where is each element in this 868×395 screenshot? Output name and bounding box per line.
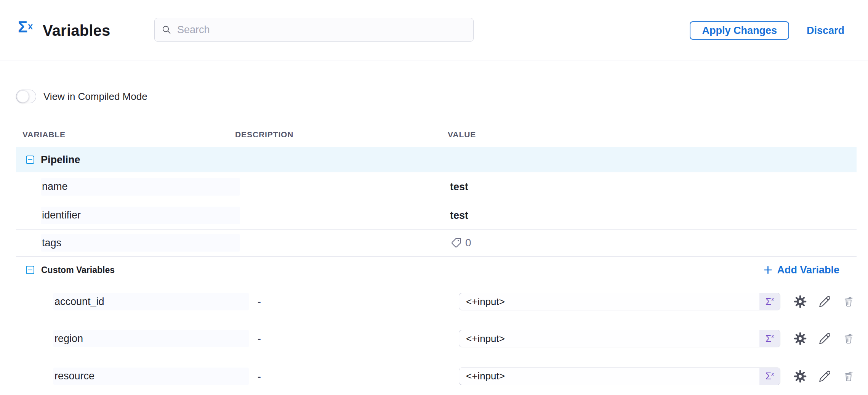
trash-icon <box>843 296 854 307</box>
compiled-mode-toggle-row: View in Compiled Mode <box>16 90 147 103</box>
variable-description: - <box>258 333 261 345</box>
variable-settings-button[interactable] <box>794 332 807 345</box>
variable-delete-button[interactable] <box>843 296 854 307</box>
header-actions: Apply Changes Discard <box>690 0 844 61</box>
tag-icon <box>450 237 462 249</box>
variables-sigma-logo-icon: Σ x <box>18 19 33 35</box>
variable-value-input-wrap: Σ x <box>459 293 780 310</box>
variable-value-input[interactable] <box>459 293 759 310</box>
variable-name: tags <box>42 237 61 249</box>
variable-name-field: identifier <box>41 207 240 224</box>
variable-name: resource <box>54 370 94 382</box>
pipeline-section-row: Pipeline <box>16 147 857 172</box>
tags-count: 0 <box>465 237 471 249</box>
gear-icon <box>794 370 807 383</box>
custom-variables-section-title: Custom Variables <box>41 265 115 275</box>
variable-value-input-wrap: Σ x <box>459 368 780 385</box>
logo-x-glyph: x <box>28 22 33 31</box>
gear-icon <box>794 332 807 345</box>
variable-description: - <box>258 296 261 308</box>
variable-delete-button[interactable] <box>843 371 854 382</box>
tags-value-cell: 0 <box>450 237 471 249</box>
variable-name-field: tags <box>41 234 240 252</box>
table-row: resource - Σ x <box>16 357 857 395</box>
variable-name-field: name <box>41 178 240 196</box>
sigma-glyph: Σ <box>766 297 771 307</box>
table-row: tags 0 <box>16 230 857 257</box>
page-title: Variables <box>43 22 110 39</box>
table-row: account_id - Σ x <box>16 283 857 320</box>
sigma-glyph: Σ <box>766 371 771 381</box>
pipeline-section-title: Pipeline <box>41 154 80 165</box>
variable-value-input[interactable] <box>459 330 759 347</box>
apply-changes-button[interactable]: Apply Changes <box>690 21 789 40</box>
collapse-pipeline-button[interactable] <box>26 156 34 164</box>
sigma-glyph: Σ <box>766 334 771 344</box>
column-header-value: VALUE <box>448 130 476 139</box>
trash-icon <box>843 333 854 344</box>
pencil-icon <box>818 295 831 308</box>
variable-name: account_id <box>54 296 104 308</box>
variable-name: identifier <box>42 209 81 221</box>
variable-edit-button[interactable] <box>818 370 831 382</box>
table-row: name test <box>16 172 857 201</box>
top-bar: Σ x Variables Apply Changes Discard <box>0 0 868 61</box>
sigma-sup-x: x <box>771 371 774 377</box>
variable-settings-button[interactable] <box>794 295 807 308</box>
search-icon <box>162 25 171 35</box>
table-row: region - Σ x <box>16 320 857 357</box>
variable-value: test <box>450 209 468 221</box>
variables-table: VARIABLE DESCRIPTION VALUE Pipeline name… <box>16 122 857 395</box>
trash-icon <box>843 371 854 382</box>
runtime-input-sigma-badge[interactable]: Σ x <box>759 293 780 310</box>
minus-square-icon <box>26 156 34 164</box>
toggle-knob <box>17 90 29 103</box>
pencil-icon <box>818 332 831 345</box>
sigma-sup-x: x <box>771 333 774 339</box>
compiled-mode-toggle[interactable] <box>16 90 36 103</box>
minus-square-icon <box>26 266 34 274</box>
table-row: identifier test <box>16 201 857 230</box>
variable-value: test <box>450 181 468 193</box>
variable-value-input-wrap: Σ x <box>459 330 780 347</box>
logo-sigma-glyph: Σ <box>18 19 27 35</box>
search-box[interactable] <box>154 18 474 42</box>
variable-settings-button[interactable] <box>794 370 807 383</box>
variable-name-field: region <box>53 330 249 347</box>
column-header-variable: VARIABLE <box>22 130 66 139</box>
gear-icon <box>794 295 807 308</box>
collapse-custom-variables-button[interactable] <box>26 266 34 274</box>
variable-name-field: resource <box>53 368 249 385</box>
add-variable-button[interactable]: Add Variable <box>763 264 839 276</box>
variable-name-field: account_id <box>53 293 249 310</box>
variable-delete-button[interactable] <box>843 333 854 344</box>
variable-edit-button[interactable] <box>818 295 831 308</box>
plus-icon <box>763 265 773 275</box>
variable-description: - <box>258 370 261 382</box>
compiled-mode-label: View in Compiled Mode <box>43 91 147 103</box>
variable-edit-button[interactable] <box>818 332 831 345</box>
search-input[interactable] <box>177 24 466 36</box>
runtime-input-sigma-badge[interactable]: Σ x <box>759 330 780 347</box>
column-header-description: DESCRIPTION <box>235 130 293 139</box>
sigma-sup-x: x <box>771 296 774 302</box>
table-header-row: VARIABLE DESCRIPTION VALUE <box>16 122 857 147</box>
pencil-icon <box>818 370 831 382</box>
variable-value-input[interactable] <box>459 368 759 385</box>
runtime-input-sigma-badge[interactable]: Σ x <box>759 368 780 385</box>
custom-variables-section-row: Custom Variables Add Variable <box>16 257 857 283</box>
add-variable-label: Add Variable <box>777 264 839 276</box>
variable-name: name <box>42 181 68 193</box>
discard-button[interactable]: Discard <box>807 25 844 37</box>
variable-name: region <box>54 333 83 345</box>
